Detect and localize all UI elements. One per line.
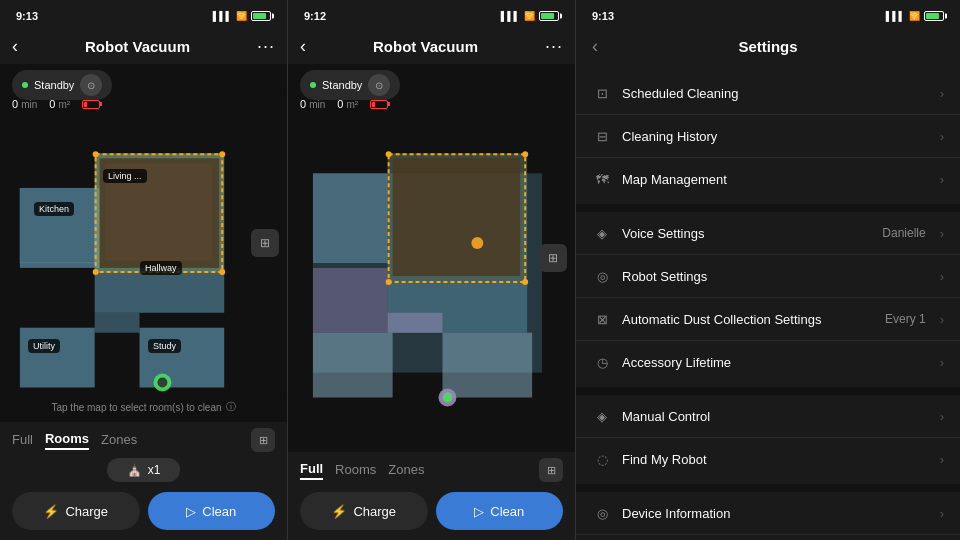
- more-button-1[interactable]: ···: [257, 36, 275, 57]
- device-info-chevron: ›: [940, 506, 944, 521]
- clean-icon-2: ▷: [474, 504, 484, 519]
- settings-item-voice[interactable]: ◈ Voice Settings Danielle ›: [576, 212, 960, 255]
- time-unit-2: min: [309, 99, 325, 110]
- bottom-controls-2: Full Rooms Zones ⊞ ⚡ Charge ▷ Clean: [288, 452, 575, 540]
- battery-small-1: [82, 100, 100, 109]
- svg-rect-5: [140, 328, 225, 388]
- map-control-btn-2[interactable]: ⊞: [539, 244, 567, 272]
- settings-item-dust[interactable]: ⊠ Automatic Dust Collection Settings Eve…: [576, 298, 960, 341]
- charge-button-2[interactable]: ⚡ Charge: [300, 492, 428, 530]
- robot-settings-chevron: ›: [940, 269, 944, 284]
- map-management-icon: 🗺: [592, 169, 612, 189]
- svg-rect-26: [313, 268, 388, 333]
- map-area-2[interactable]: Standby ⊙ 0 min 0 m²: [288, 64, 575, 452]
- settings-item-device-info[interactable]: ◎ Device Information ›: [576, 492, 960, 535]
- dust-collection-icon: ⊠: [592, 309, 612, 329]
- tab-full-1[interactable]: Full: [12, 432, 33, 449]
- standby-badge-2: Standby ⊙: [300, 70, 400, 100]
- manual-control-label: Manual Control: [622, 409, 930, 424]
- settings-item-cleaning-history[interactable]: ⊟ Cleaning History ›: [576, 115, 960, 158]
- svg-point-12: [219, 151, 225, 157]
- svg-point-14: [219, 269, 225, 275]
- battery-icon-2: [539, 11, 559, 21]
- cleaning-history-icon: ⊟: [592, 126, 612, 146]
- find-robot-icon: ◌: [592, 449, 612, 469]
- clean-button-2[interactable]: ▷ Clean: [436, 492, 564, 530]
- hint-icon-1: ⓘ: [226, 400, 236, 414]
- signal-icon-2: ▌▌▌: [501, 11, 520, 21]
- svg-rect-3: [95, 273, 225, 313]
- action-buttons-2: ⚡ Charge ▷ Clean: [300, 488, 563, 536]
- standby-text-2: Standby: [322, 79, 362, 91]
- settings-item-scheduled-cleaning[interactable]: ⊡ Scheduled Cleaning ›: [576, 72, 960, 115]
- map-management-chevron: ›: [940, 172, 944, 187]
- svg-point-34: [442, 393, 452, 403]
- standby-dot-1: [22, 82, 28, 88]
- phone-panel-2: 9:12 ▌▌▌ 🛜 ‹ Robot Vacuum ··· Standby ⊙ …: [288, 0, 576, 540]
- time-stat-2: 0 min: [300, 98, 325, 110]
- map-area-1[interactable]: Standby ⊙ 0 min 0 m²: [0, 64, 287, 422]
- svg-point-32: [471, 237, 483, 249]
- settings-title-bar: ‹ Settings: [576, 28, 960, 64]
- panel-header-2: ‹ Robot Vacuum ···: [288, 28, 575, 64]
- scheduled-cleaning-label: Scheduled Cleaning: [622, 86, 930, 101]
- settings-back-button[interactable]: ‹: [592, 36, 598, 57]
- settings-group-3: ◈ Manual Control › ◌ Find My Robot ›: [576, 395, 960, 480]
- settings-item-accessory[interactable]: ◷ Accessory Lifetime ›: [576, 341, 960, 383]
- settings-item-firmware[interactable]: ⊡ Firmware Update New Update ● ›: [576, 535, 960, 540]
- svg-point-30: [386, 279, 392, 285]
- room-label-hallway: Hallway: [140, 261, 182, 275]
- mode-settings-icon-1[interactable]: ⊞: [251, 428, 275, 452]
- settings-group-1: ⊡ Scheduled Cleaning › ⊟ Cleaning Histor…: [576, 72, 960, 200]
- more-button-2[interactable]: ···: [545, 36, 563, 57]
- settings-item-map-management[interactable]: 🗺 Map Management ›: [576, 158, 960, 200]
- area-value-2: 0: [337, 98, 343, 110]
- back-button-1[interactable]: ‹: [12, 36, 18, 57]
- svg-point-16: [157, 378, 167, 388]
- svg-point-13: [93, 269, 99, 275]
- back-button-2[interactable]: ‹: [300, 36, 306, 57]
- map-control-btn-1[interactable]: ⊞: [251, 229, 279, 257]
- tab-rooms-1[interactable]: Rooms: [45, 431, 89, 450]
- svg-rect-6: [95, 313, 140, 333]
- svg-point-31: [522, 279, 528, 285]
- battery-small-2: [370, 100, 388, 109]
- rooms-chip[interactable]: ⛪ x1: [107, 458, 181, 482]
- standby-text-1: Standby: [34, 79, 74, 91]
- standby-badge-1: Standby ⊙: [12, 70, 112, 100]
- tab-zones-1[interactable]: Zones: [101, 432, 137, 449]
- wifi-icon-1: 🛜: [236, 11, 247, 21]
- separator-1: [576, 204, 960, 212]
- time-stat-1: 0 min: [12, 98, 37, 110]
- svg-point-11: [93, 151, 99, 157]
- map-management-label: Map Management: [622, 172, 930, 187]
- settings-wifi-icon: 🛜: [909, 11, 920, 21]
- settings-item-manual-control[interactable]: ◈ Manual Control ›: [576, 395, 960, 438]
- panel-header-1: ‹ Robot Vacuum ···: [0, 28, 287, 64]
- battery-icon-1: [251, 11, 271, 21]
- room-label-study: Study: [148, 339, 181, 353]
- tab-full-2[interactable]: Full: [300, 461, 323, 480]
- status-time-2: 9:12: [304, 10, 326, 22]
- device-info-icon: ◎: [592, 503, 612, 523]
- time-value-2: 0: [300, 98, 306, 110]
- charge-icon-1: ⚡: [43, 504, 59, 519]
- svg-rect-1: [20, 188, 100, 268]
- settings-item-robot[interactable]: ◎ Robot Settings ›: [576, 255, 960, 298]
- svg-rect-19: [313, 173, 388, 263]
- tab-zones-2[interactable]: Zones: [388, 462, 424, 479]
- find-robot-chevron: ›: [940, 452, 944, 467]
- map-svg-2: [288, 64, 575, 452]
- charge-button-1[interactable]: ⚡ Charge: [12, 492, 140, 530]
- tab-rooms-2[interactable]: Rooms: [335, 462, 376, 479]
- mode-settings-icon-2[interactable]: ⊞: [539, 458, 563, 482]
- robot-settings-label: Robot Settings: [622, 269, 930, 284]
- room-label-living: Living ...: [103, 169, 147, 183]
- dust-collection-value: Every 1: [885, 312, 926, 326]
- svg-point-29: [522, 151, 528, 157]
- status-bar-2: 9:12 ▌▌▌ 🛜: [288, 0, 575, 28]
- dust-collection-label: Automatic Dust Collection Settings: [622, 312, 875, 327]
- rooms-chip-row: ⛪ x1: [12, 458, 275, 482]
- settings-item-find-robot[interactable]: ◌ Find My Robot ›: [576, 438, 960, 480]
- clean-button-1[interactable]: ▷ Clean: [148, 492, 276, 530]
